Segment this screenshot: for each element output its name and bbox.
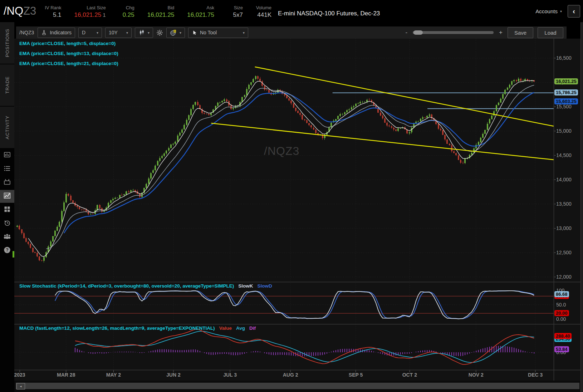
chart-h-scrollbar[interactable]: ◂ [14, 381, 581, 392]
quote-stat-size: Size5x7 [227, 5, 243, 19]
cursor-arrow-icon [192, 30, 197, 35]
quote-stat-ask: Ask16,021.75 [187, 5, 214, 19]
help-icon: ? [3, 246, 11, 255]
settings-gear-icon[interactable] [156, 29, 163, 36]
chart-layout-dropdown[interactable]: ▾ [166, 28, 185, 38]
instrument-symbol: /NQZ3 [4, 5, 36, 18]
indicators-button[interactable]: Indicators [38, 28, 75, 38]
sidebar-tool-help[interactable]: ? [0, 244, 14, 257]
list-icon [3, 165, 11, 174]
chart-toolbar: /NQZ3 Indicators D ▾ 10Y ▾ ▾ [16, 26, 567, 39]
quote-stat-volume: Volume441K [256, 5, 271, 19]
svg-text:?: ? [6, 248, 9, 253]
sidebar-tool-tv[interactable] [0, 176, 14, 189]
history-icon [3, 219, 11, 228]
sidebar-tab-positions[interactable]: POSITIONS [0, 22, 14, 64]
load-button[interactable]: Load [538, 27, 563, 38]
chart-canvas[interactable] [14, 39, 581, 381]
scroll-left-button[interactable]: ◂ [16, 383, 25, 389]
sidebar-tab-label: POSITIONS [5, 29, 10, 57]
save-button[interactable]: Save [508, 27, 533, 38]
chevron-down-icon: ▾ [126, 31, 128, 35]
grid-icon [3, 205, 11, 215]
chevron-down-icon: ▾ [243, 31, 245, 35]
timeframe-dropdown[interactable]: D ▾ [78, 28, 102, 38]
indicators-label: Indicators [50, 30, 72, 35]
chevron-down-icon: ▾ [180, 31, 181, 35]
chevron-down-icon: ▾ [560, 9, 562, 13]
quote-header: /NQZ3 IV Rank5.1Last Size16,021.25 1Chg0… [0, 0, 583, 22]
quote-stat-iv-rank: IV Rank5.1 [45, 5, 61, 19]
candlestick-series [16, 75, 535, 263]
sidebar-tool-chart[interactable] [0, 190, 14, 203]
sidebar-tool-quotes[interactable] [0, 149, 14, 162]
chevron-left-icon: ‹ [573, 7, 575, 15]
chart-type-dropdown[interactable]: ▾ [135, 28, 153, 38]
sidebar-tab-label: TRADE [5, 76, 10, 94]
h-scroll-track[interactable] [16, 383, 579, 389]
chart-main: /NQZ3 Indicators D ▾ 10Y ▾ ▾ [14, 22, 583, 392]
macd-panel [14, 329, 554, 364]
tv-icon [3, 178, 11, 187]
zoom-slider-handle[interactable] [413, 30, 423, 35]
quote-stat-chg: Chg0.25 [119, 5, 134, 19]
quote-stat-bid: Bid16,021.25 [147, 5, 175, 19]
scroll-left-icon: ◂ [20, 384, 22, 388]
drawing-tool-dropdown[interactable]: No Tool ▾ [188, 28, 248, 38]
toolbar-symbol: /NQZ3 [19, 30, 34, 35]
horizontal-level-lines [333, 93, 554, 109]
collapsed-right-panel-strip[interactable] [580, 22, 583, 392]
accounts-label: Accounts [535, 8, 558, 14]
candlestick-chart-icon [138, 29, 145, 36]
timeframe-value: D [82, 30, 85, 35]
chevron-down-icon: ▾ [148, 31, 150, 35]
instrument-description: E-mini NASDAQ-100 Futures, Dec-23 [278, 5, 380, 17]
quote-stat-last-size: Last Size16,021.25 1 [74, 5, 106, 19]
sidebar-tab-label: ACTIVITY [5, 116, 10, 139]
zoom-out-button[interactable]: - [405, 29, 408, 36]
chart-icon [3, 192, 11, 201]
last-size-count: 1 [101, 12, 106, 18]
zoom-slider[interactable] [413, 31, 494, 34]
sidebar-tool-list[interactable] [0, 163, 14, 176]
zoom-in-button[interactable]: + [498, 29, 503, 36]
tool-label: No Tool [200, 30, 217, 35]
community-icon [3, 232, 11, 242]
chevron-down-icon: ▾ [97, 31, 98, 35]
collapse-panel-button[interactable]: ‹ [568, 5, 580, 18]
sidebar-tool-history[interactable] [0, 217, 14, 230]
trendline-channel [211, 67, 554, 160]
sidebar-tab-activity[interactable]: ACTIVITY [0, 107, 14, 148]
sidebar-tool-grid[interactable] [0, 204, 14, 216]
stochastic-panel [14, 291, 554, 319]
range-dropdown[interactable]: 10Y ▾ [105, 28, 132, 38]
indicators-flask-icon [41, 30, 47, 35]
range-value: 10Y [109, 30, 118, 35]
accounts-menu[interactable]: Accounts ▾ [535, 8, 562, 14]
left-sidebar: POSITIONSTRADEACTIVITY? [0, 22, 14, 392]
globe-grid-icon [170, 29, 177, 36]
chart-region: /NQZ3 EMA (price=CLOSE, length=5, displa… [14, 39, 581, 392]
quotes-icon [3, 151, 11, 160]
quote-stats: IV Rank5.1Last Size16,021.25 1Chg0.25Bid… [45, 3, 271, 19]
sidebar-tab-trade[interactable]: TRADE [0, 64, 14, 106]
sidebar-tool-community[interactable] [0, 231, 14, 244]
